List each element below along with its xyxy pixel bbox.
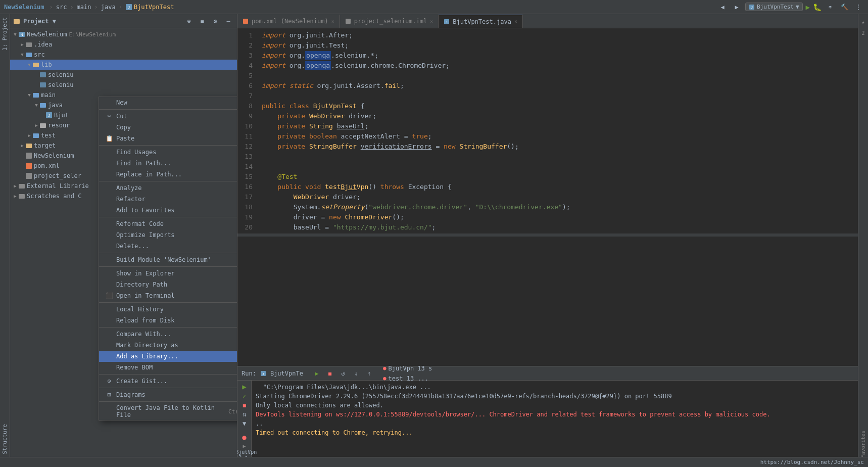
menu-item-copy[interactable]: Copy (99, 122, 237, 133)
tab-pom[interactable]: pom.xml (NewSelenium) × (237, 15, 340, 28)
settings-icon[interactable]: ⚙ (210, 16, 221, 27)
run-left-filter[interactable]: ▼ (239, 420, 250, 427)
scroll-indicator (237, 234, 858, 237)
code-line-17: 17 WebDriver driver; (237, 192, 858, 202)
code-line-19: 19 driver = new ChromeDriver(); (237, 212, 858, 222)
project-tree: ▼ N NewSelenium E:\NewSelenium ▶ .idea ▼… (10, 28, 237, 467)
tab-java[interactable]: J BjutVpnTest.java × (439, 15, 523, 28)
run-rerun-icon[interactable]: ↺ (337, 368, 349, 379)
menu-item-remove-bom[interactable]: Remove BOM (99, 362, 237, 373)
java-folder-icon (39, 102, 46, 109)
menu-item-local-history[interactable]: Local History ▶ (99, 304, 237, 315)
run-left-sort[interactable]: ⇅ (239, 411, 250, 418)
menu-item-add-as-library[interactable]: Add as Library... (99, 351, 237, 362)
tree-item-selenium2[interactable]: seleniu (10, 80, 237, 90)
context-menu: New ▶ ✂ Cut Ctrl+X Copy 📋 Paste Ctrl+V (99, 97, 237, 421)
tree-item-src[interactable]: ▼ src (10, 50, 237, 60)
menu-item-diagrams[interactable]: ⊞ Diagrams ▶ (99, 389, 237, 400)
run-line-6: .. (256, 419, 854, 428)
todo-icon[interactable]: 2 (858, 27, 869, 38)
menu-item-reload-from-disk[interactable]: Reload from Disk (99, 315, 237, 326)
code-line-16: 16 public void testBjutVpn() throws Exce… (237, 182, 858, 192)
menu-item-add-to-favorites[interactable]: Add to Favorites ▶ (99, 205, 237, 216)
tab-bar: pom.xml (NewSelenium) × project_selenium… (237, 14, 858, 28)
svg-rect-12 (40, 82, 46, 87)
coverage-button[interactable]: ☂ (825, 2, 836, 13)
tab-iml[interactable]: project_selenium.iml × (340, 15, 439, 28)
collapse-all-icon[interactable]: ≡ (197, 16, 208, 27)
status-url: https://blog.csdn.net/Johnny_sc (760, 459, 864, 465)
debug-button[interactable]: 🐛 (813, 3, 822, 11)
menu-item-open-terminal[interactable]: ⬛ Open in Terminal (99, 290, 237, 301)
right-structure-panel: ★ 2 2: Favorites (858, 14, 868, 467)
menu-item-mark-directory[interactable]: Mark Directory as ▶ (99, 340, 237, 351)
code-line-15: 15 @Test (237, 172, 858, 182)
menu-item-show-in-explorer[interactable]: Show in Explorer (99, 268, 237, 279)
run-config-selector[interactable]: J BjutVpnTest ▼ (745, 3, 802, 11)
menu-item-directory-path[interactable]: Directory Path Ctrl+Alt+F12 (99, 279, 237, 290)
favorites-icon[interactable]: ★ (858, 16, 869, 27)
run-left-check[interactable]: ✓ (239, 393, 250, 400)
menu-item-new[interactable]: New ▶ (99, 97, 237, 108)
menu-item-refactor[interactable]: Refactor ▶ (99, 194, 237, 205)
tree-item-newselenium[interactable]: ▼ N NewSelenium E:\NewSelenium (10, 29, 237, 39)
tree-item-lib[interactable]: ▼ lib (10, 60, 237, 70)
run-tree: ● BjutVpn 13 s ● test 13 ... (383, 364, 432, 383)
run-config-label: BjutVpnTest (757, 4, 794, 10)
run-left-controls: ▶ ✓ ◼ ⇅ ▼ ● ▶ ● BjutVpn 13 s ● (237, 381, 252, 467)
close-project-icon[interactable]: — (223, 16, 234, 27)
code-line-5: 5 (237, 71, 858, 81)
code-editor[interactable]: 1 import org.junit.After; 2 import org.j… (237, 28, 858, 366)
idea-folder-icon (25, 41, 32, 48)
tree-item-selenium1[interactable]: seleniu (10, 70, 237, 80)
code-line-12: 12 private StringBuffer verificationErro… (237, 142, 858, 152)
menu-item-cut[interactable]: ✂ Cut Ctrl+X (99, 111, 237, 122)
run-button[interactable]: ▶ (806, 3, 810, 11)
run-left-stop[interactable]: ◼ (239, 402, 250, 409)
menu-item-compare-with[interactable]: Compare With... Ctrl+D (99, 329, 237, 340)
svg-rect-19 (26, 144, 32, 148)
code-line-3: 3 import org.openqa.selenium.*; (237, 51, 858, 61)
tab-close-iml[interactable]: × (430, 19, 433, 24)
menu-item-analyze[interactable]: Analyze ▶ (99, 182, 237, 194)
run-play-icon[interactable]: ▶ (311, 368, 322, 379)
run-scroll-top-icon[interactable]: ↑ (364, 368, 375, 379)
separator-3 (99, 181, 237, 181)
back-nav-icon[interactable]: ◀ (717, 2, 728, 13)
folder-icon (13, 18, 20, 25)
run-panel-header: Run: J BjutVpnTe ▶ ◼ ↺ ↓ ↑ ● BjutVpn 13 … (237, 366, 858, 381)
tree-item-idea[interactable]: ▶ .idea (10, 39, 237, 50)
menu-item-paste[interactable]: 📋 Paste Ctrl+V (99, 133, 237, 144)
svg-rect-8 (26, 42, 32, 47)
svg-text:J: J (48, 114, 50, 117)
build-button[interactable]: 🔨 (839, 2, 850, 13)
tab-close-pom[interactable]: × (331, 19, 334, 24)
separator-5 (99, 253, 237, 253)
menu-item-convert-java-kotlin[interactable]: Convert Java File to Kotlin File Ctrl+Al… (99, 403, 237, 420)
more-button[interactable]: ⋮ (853, 2, 864, 13)
menu-item-build-module[interactable]: Build Module 'NewSelenium' (99, 254, 237, 265)
project-title: Project ▼ (23, 18, 56, 25)
java-class-icon: J (125, 4, 132, 11)
scratches-icon (18, 193, 25, 200)
separator-11 (99, 401, 237, 402)
menu-item-find-in-path[interactable]: Find in Path... Ctrl+Shift+F (99, 158, 237, 169)
title-bar-left: NewSelenium › src › main › java › J Bjut… (4, 4, 717, 11)
menu-item-replace-in-path[interactable]: Replace in Path... Ctrl+Shift+R (99, 169, 237, 180)
run-scroll-end-icon[interactable]: ↓ (351, 368, 362, 379)
target-folder-icon (25, 142, 32, 149)
project-root-icon: N (18, 31, 25, 38)
menu-item-create-gist[interactable]: ⊙ Create Gist... (99, 376, 237, 387)
run-left-play[interactable]: ▶ (239, 383, 250, 391)
menu-item-delete[interactable]: Delete... Delete (99, 241, 237, 252)
project-panel-label[interactable]: 1: Project (1, 14, 9, 54)
menu-item-optimize-imports[interactable]: Optimize Imports Ctrl+Alt+O (99, 229, 237, 241)
separator-1 (99, 109, 237, 110)
menu-item-reformat[interactable]: Reformat Code Ctrl+Alt+L (99, 218, 237, 229)
svg-rect-21 (26, 163, 32, 169)
scroll-from-source-icon[interactable]: ⊕ (183, 16, 195, 27)
tab-close-java[interactable]: × (514, 19, 517, 24)
forward-nav-icon[interactable]: ▶ (731, 2, 742, 13)
run-stop-icon[interactable]: ◼ (324, 368, 335, 379)
menu-item-find-usages[interactable]: Find Usages Alt+F7 (99, 147, 237, 158)
